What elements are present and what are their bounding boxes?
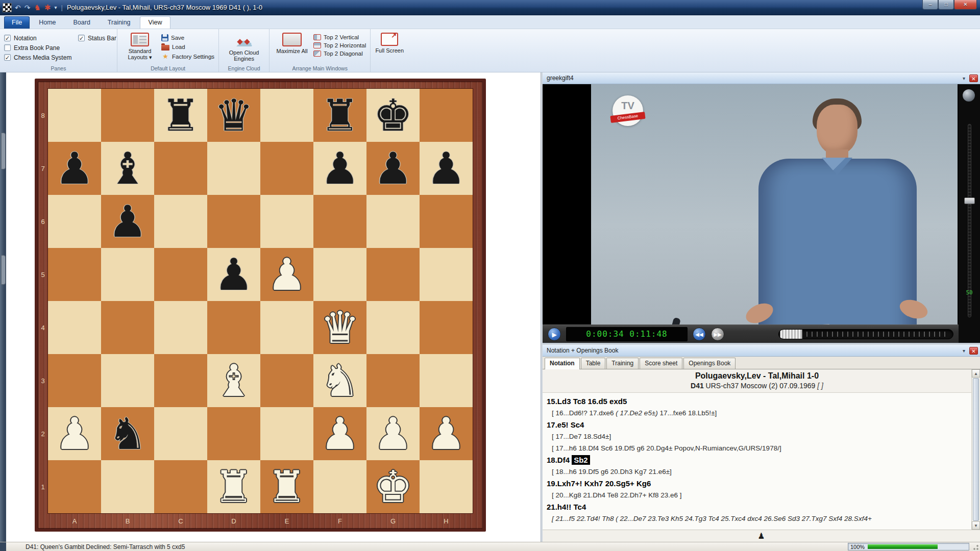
square-a6[interactable]: [48, 195, 101, 248]
move-text[interactable]: [ 18...h6 19.Df5 g6 20.Dh3 Kg7 21.e6±]: [552, 468, 672, 475]
black-pawn[interactable]: ♟: [55, 143, 94, 194]
forward-button[interactable]: ▶▶: [711, 328, 724, 341]
square-f1[interactable]: [313, 460, 366, 513]
square-g3[interactable]: [366, 354, 420, 407]
black-rook[interactable]: ♜: [320, 90, 359, 141]
white-pawn[interactable]: ♟: [267, 249, 306, 300]
white-rook[interactable]: ♜: [267, 461, 306, 512]
square-d2[interactable]: [207, 407, 260, 460]
black-bishop[interactable]: ♝: [108, 143, 147, 194]
square-c2[interactable]: [154, 407, 207, 460]
white-knight[interactable]: ♞: [320, 355, 359, 406]
square-a3[interactable]: [48, 354, 101, 407]
square-h1[interactable]: [420, 460, 473, 513]
move-text[interactable]: [ 17...h6 18.Df4 Sc6 19.Df5 g6 20.Dg4± P…: [552, 444, 781, 452]
square-d4[interactable]: [207, 301, 260, 354]
white-pawn[interactable]: ♟: [55, 408, 94, 459]
white-rook[interactable]: ♜: [214, 461, 253, 512]
black-pawn[interactable]: ♟: [108, 196, 147, 247]
open-cloud-engines-button[interactable]: ☁ Open Cloud Engines: [223, 31, 265, 65]
white-king[interactable]: ♚: [373, 461, 412, 512]
move-line[interactable]: [ 16...Dd6!? 17.dxe6 ( 17.De2 e5±) 17...…: [547, 407, 961, 419]
square-e8[interactable]: [260, 89, 313, 142]
black-king[interactable]: ♚: [373, 90, 412, 141]
tab-training-notation[interactable]: Training: [606, 358, 639, 369]
square-g6[interactable]: [366, 195, 420, 248]
move-line[interactable]: 18.Df4 Sb2: [547, 454, 961, 466]
chevron-down-icon[interactable]: ▾: [960, 348, 968, 354]
square-c8[interactable]: ♜: [154, 89, 207, 142]
square-c4[interactable]: [154, 301, 207, 354]
close-icon[interactable]: ✕: [969, 74, 978, 82]
move-text[interactable]: [ 21...f5 22.Td4! Th8 ( 22...De7 23.Te3 …: [552, 515, 872, 522]
top2-diagonal-button[interactable]: Top 2 Diagonal: [313, 51, 366, 57]
move-line[interactable]: [ 21...f5 22.Td4! Th8 ( 22...De7 23.Te3 …: [547, 513, 961, 524]
white-pawn[interactable]: ♟: [426, 408, 465, 459]
chevron-down-icon[interactable]: ▾: [960, 76, 968, 81]
black-queen[interactable]: ♛: [214, 90, 253, 141]
notation-scrollbar[interactable]: ▲ ▼: [971, 369, 980, 530]
square-f3[interactable]: ♞: [313, 354, 366, 407]
checkbox-box[interactable]: ✓: [4, 35, 11, 41]
square-a2[interactable]: ♟: [48, 407, 101, 460]
save-button[interactable]: Save: [161, 34, 214, 41]
square-g5[interactable]: [366, 248, 420, 301]
square-b8[interactable]: [101, 89, 154, 142]
square-e5[interactable]: ♟: [260, 248, 313, 301]
square-f5[interactable]: [313, 248, 366, 301]
pawn-icon[interactable]: ♟: [757, 531, 765, 541]
square-g8[interactable]: ♚: [366, 89, 420, 142]
move-text[interactable]: [ 17...De7 18.Sd4±]: [552, 433, 611, 440]
move-line[interactable]: [ 17...De7 18.Sd4±]: [547, 431, 961, 442]
square-a1[interactable]: [48, 460, 101, 513]
black-pawn[interactable]: ♟: [373, 143, 412, 194]
move-line[interactable]: 21.h4!! Tc4: [547, 501, 961, 513]
square-c5[interactable]: [154, 248, 207, 301]
square-h6[interactable]: [420, 195, 473, 248]
square-f7[interactable]: ♟: [313, 142, 366, 195]
factory-settings-button[interactable]: ★ Factory Settings: [161, 53, 214, 60]
square-b3[interactable]: [101, 354, 154, 407]
square-a8[interactable]: [48, 89, 101, 142]
square-g7[interactable]: ♟: [366, 142, 420, 195]
rewind-button[interactable]: ◀◀: [693, 328, 706, 341]
full-screen-button[interactable]: Full Screen: [375, 31, 404, 65]
volume-slider-track[interactable]: [968, 124, 971, 317]
top2-vertical-button[interactable]: Top 2 Vertical: [313, 34, 366, 40]
seek-thumb[interactable]: [780, 329, 802, 339]
square-e7[interactable]: [260, 142, 313, 195]
move-text[interactable]: [ 16...Dd6!? 17.dxe6: [552, 409, 616, 417]
square-a5[interactable]: [48, 248, 101, 301]
tab-home[interactable]: Home: [31, 17, 64, 29]
square-c1[interactable]: [154, 460, 207, 513]
square-g2[interactable]: ♟: [366, 407, 420, 460]
media-icon[interactable]: ✱: [44, 4, 51, 12]
square-g4[interactable]: [366, 301, 420, 354]
square-f2[interactable]: ♟: [313, 407, 366, 460]
square-b2[interactable]: ♞: [101, 407, 154, 460]
square-d5[interactable]: ♟: [207, 248, 260, 301]
square-d1[interactable]: ♜: [207, 460, 260, 513]
square-e4[interactable]: [260, 301, 313, 354]
square-h5[interactable]: [420, 248, 473, 301]
checkbox-notation[interactable]: ✓ Notation: [4, 35, 78, 42]
current-move[interactable]: Sb2: [572, 455, 590, 465]
square-c3[interactable]: [154, 354, 207, 407]
square-a4[interactable]: [48, 301, 101, 354]
square-d7[interactable]: [207, 142, 260, 195]
square-b4[interactable]: [101, 301, 154, 354]
square-h8[interactable]: [420, 89, 473, 142]
engine-icon[interactable]: ♞: [34, 4, 40, 12]
undo-icon[interactable]: ↶: [15, 4, 21, 12]
square-f4[interactable]: ♛: [313, 301, 366, 354]
tab-view[interactable]: View: [140, 16, 171, 29]
square-b7[interactable]: ♝: [101, 142, 154, 195]
black-pawn[interactable]: ♟: [214, 249, 253, 300]
black-pawn[interactable]: ♟: [426, 143, 465, 194]
move-text[interactable]: 21.h4!! Tc4: [547, 503, 586, 511]
square-f6[interactable]: [313, 195, 366, 248]
volume-slider-handle[interactable]: [964, 197, 975, 204]
maximize-all-button[interactable]: Maximize All: [274, 31, 310, 65]
square-h2[interactable]: ♟: [420, 407, 473, 460]
square-e1[interactable]: ♜: [260, 460, 313, 513]
